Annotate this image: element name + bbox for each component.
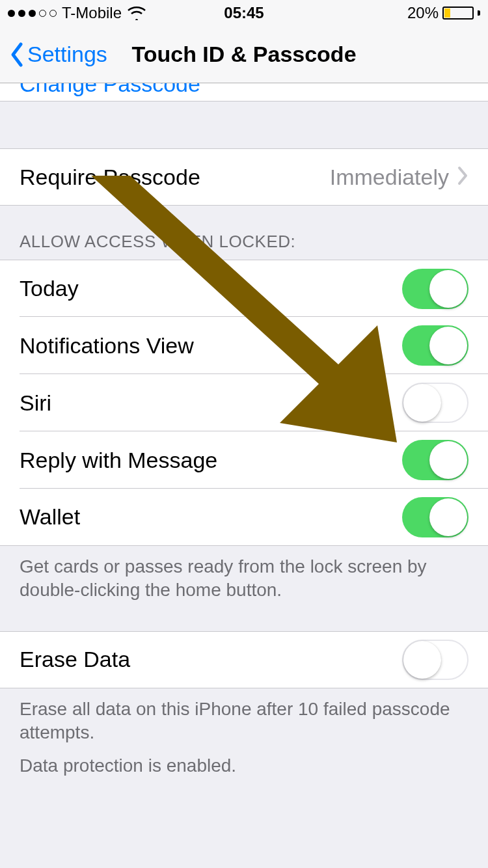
status-right: 20% [407, 4, 480, 22]
change-passcode-label: Change Passcode [20, 83, 200, 97]
back-button[interactable]: Settings [0, 42, 107, 68]
signal-strength-icon [8, 10, 57, 17]
allow-access-header: ALLOW ACCESS WHEN LOCKED: [0, 206, 488, 260]
wallet-toggle[interactable] [402, 497, 468, 537]
chevron-right-icon [457, 163, 468, 191]
reply-with-message-toggle[interactable] [402, 440, 468, 480]
notifications-view-toggle[interactable] [402, 325, 468, 366]
require-passcode-label: Require Passcode [20, 165, 330, 190]
chevron-left-icon [9, 42, 25, 68]
status-time: 05:45 [224, 4, 264, 22]
reply-with-message-row[interactable]: Reply with Message [0, 431, 488, 489]
notifications-view-label: Notifications View [20, 333, 402, 359]
erase-data-label: Erase Data [20, 647, 402, 672]
content: Change Passcode Require Passcode Immedia… [0, 83, 488, 784]
navigation-bar: Settings Touch ID & Passcode [0, 26, 488, 83]
erase-data-toggle[interactable] [402, 640, 468, 680]
today-toggle[interactable] [402, 269, 468, 309]
today-row[interactable]: Today [0, 260, 488, 317]
back-label: Settings [27, 42, 107, 67]
wallet-label: Wallet [20, 504, 402, 530]
siri-label: Siri [20, 390, 402, 416]
siri-row[interactable]: Siri [0, 374, 488, 431]
require-passcode-row[interactable]: Require Passcode Immediately [0, 148, 488, 206]
today-label: Today [20, 276, 402, 301]
erase-data-row[interactable]: Erase Data [0, 631, 488, 688]
carrier-label: T-Mobile [62, 4, 122, 22]
siri-toggle[interactable] [402, 383, 468, 423]
battery-percent-label: 20% [407, 4, 439, 22]
erase-data-footer-1: Erase all data on this iPhone after 10 f… [0, 688, 488, 752]
battery-icon [442, 7, 474, 20]
page-title: Touch ID & Passcode [131, 42, 356, 67]
notifications-view-row[interactable]: Notifications View [0, 317, 488, 374]
require-passcode-value: Immediately [330, 165, 449, 190]
wallet-footer: Get cards or passes ready from the lock … [0, 546, 488, 609]
change-passcode-row[interactable]: Change Passcode [0, 83, 488, 102]
reply-with-message-label: Reply with Message [20, 448, 402, 473]
status-left: T-Mobile [8, 4, 146, 22]
wallet-row[interactable]: Wallet [0, 489, 488, 546]
wifi-icon [127, 6, 146, 20]
status-bar: T-Mobile 05:45 20% [0, 0, 488, 26]
erase-data-footer-2: Data protection is enabled. [0, 752, 488, 784]
